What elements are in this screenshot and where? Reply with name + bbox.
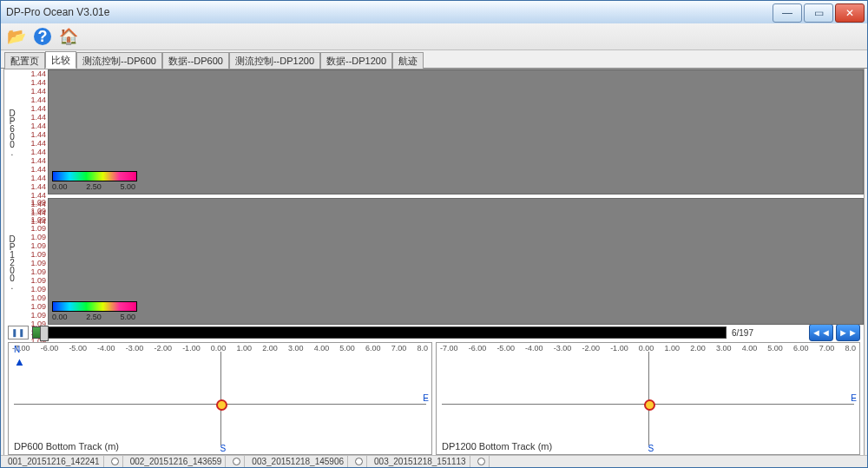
colorbar-gradient-icon xyxy=(52,301,137,312)
crosshair-v xyxy=(220,352,221,445)
window-title: DP-Pro Ocean V3.01e xyxy=(6,6,109,18)
y-tick: 1.44 xyxy=(30,122,46,130)
rewind-icon: ◄◄ xyxy=(812,327,831,338)
forward-icon: ►► xyxy=(838,327,858,338)
x-tick: 2.00 xyxy=(690,344,706,353)
x-tick: -5.00 xyxy=(496,344,515,353)
open-folder-button[interactable]: 📂 xyxy=(6,26,27,47)
tab-1[interactable]: 比较 xyxy=(45,51,76,69)
tab-4[interactable]: 测流控制--DP1200 xyxy=(229,52,320,69)
status-bar: 001_20151216_142241002_20151216_14365900… xyxy=(1,455,867,467)
x-tick: 6.00 xyxy=(793,344,809,353)
panel-dp1200: DP1200. 1.091.091.091.091.091.091.091.09… xyxy=(4,198,864,325)
x-tick: -7.00 xyxy=(440,344,458,353)
y-tick: 1.44 xyxy=(30,182,46,191)
status-cell xyxy=(352,456,367,467)
pause-button[interactable]: ❚❚ xyxy=(8,326,29,339)
close-button[interactable]: ✕ xyxy=(835,3,865,23)
status-indicator-icon xyxy=(355,458,363,465)
status-indicator-icon xyxy=(111,458,119,465)
y-tick: 1.44 xyxy=(30,87,46,96)
y-tick: 1.09 xyxy=(30,207,46,215)
y-tick: 1.44 xyxy=(30,165,46,174)
tab-6[interactable]: 航迹 xyxy=(392,52,424,69)
position-marker xyxy=(216,399,227,411)
minimize-button[interactable]: ― xyxy=(773,3,802,23)
x-tick: -4.00 xyxy=(525,344,543,353)
heatmap-dp1200[interactable]: 0.00 2.50 5.00 xyxy=(48,198,864,325)
colorbar-mid: 2.50 xyxy=(86,313,102,321)
x-tick: -2.00 xyxy=(154,344,172,353)
x-tick: 2.00 xyxy=(262,344,278,353)
window-controls: ― ▭ ✕ xyxy=(771,3,865,21)
y-tick: 1.44 xyxy=(30,96,46,104)
north-arrow-icon: ▲ xyxy=(14,355,25,368)
app-window: DP-Pro Ocean V3.01e ― ▭ ✕ 📂 ? 🏠 配置页比较测流控… xyxy=(0,0,868,468)
y-tick: 1.44 xyxy=(30,174,46,182)
y-tick: 1.44 xyxy=(30,78,46,87)
forward-button[interactable]: ►► xyxy=(836,324,860,341)
panel-label-dp1200: DP1200. xyxy=(4,198,20,325)
y-tick: 1.44 xyxy=(30,130,46,139)
x-tick: 0.00 xyxy=(211,344,227,353)
colorbar-min: 0.00 xyxy=(52,313,68,321)
tab-2[interactable]: 测流控制--DP600 xyxy=(76,52,162,69)
colorbar-dp600: 0.00 2.50 5.00 xyxy=(52,171,137,191)
panel-dp600: DP600. 1.441.441.441.441.441.441.441.441… xyxy=(4,69,864,194)
x-tick: 6.00 xyxy=(365,344,381,353)
x-tick: -5.00 xyxy=(69,344,87,353)
maximize-button[interactable]: ▭ xyxy=(804,3,833,23)
track-dp600[interactable]: -7.00-6.00-5.00-4.00-3.00-2.00-1.000.001… xyxy=(8,342,432,455)
y-tick: 1.44 xyxy=(30,113,46,122)
tab-strip: 配置页比较测流控制--DP600数据--DP600测流控制--DP1200数据-… xyxy=(1,50,867,69)
folder-icon: 📂 xyxy=(7,27,26,46)
x-tick: -6.00 xyxy=(41,344,59,353)
y-tick: 1.09 xyxy=(30,215,46,224)
x-tick: 4.00 xyxy=(742,344,758,353)
tab-5[interactable]: 数据--DP1200 xyxy=(320,52,392,69)
status-cell: 003_20151218_145906 xyxy=(248,456,348,467)
content-area: DP600. 1.441.441.441.441.441.441.441.441… xyxy=(3,69,865,456)
y-tick: 1.09 xyxy=(30,302,46,311)
toolbar: 📂 ? 🏠 xyxy=(1,23,867,50)
x-tick: -1.00 xyxy=(610,344,628,353)
x-tick: -3.00 xyxy=(126,344,144,353)
track-row: -7.00-6.00-5.00-4.00-3.00-2.00-1.000.001… xyxy=(4,340,864,457)
y-tick: 1.44 xyxy=(30,156,46,165)
x-tick: -1.00 xyxy=(182,344,201,353)
home-button[interactable]: 🏠 xyxy=(58,26,79,47)
x-tick: 5.00 xyxy=(339,344,355,353)
track-dp1200[interactable]: -7.00-6.00-5.00-4.00-3.00-2.00-1.000.001… xyxy=(436,342,860,455)
help-button[interactable]: ? xyxy=(32,26,53,47)
status-text: 002_20151216_143659 xyxy=(130,457,222,466)
x-tick: -2.00 xyxy=(582,344,600,353)
status-cell xyxy=(474,456,490,467)
x-tick: 8.0 xyxy=(417,344,428,353)
compass-s: S xyxy=(648,444,654,453)
tab-3[interactable]: 数据--DP600 xyxy=(162,52,229,69)
track-caption: DP600 Bottom Track (m) xyxy=(14,441,119,452)
y-tick: 1.09 xyxy=(30,285,46,293)
x-tick: 4.00 xyxy=(314,344,330,353)
home-icon: 🏠 xyxy=(59,27,78,46)
heatmap-dp600[interactable]: 0.00 2.50 5.00 xyxy=(48,69,864,194)
rewind-button[interactable]: ◄◄ xyxy=(809,324,833,341)
playback-slider[interactable] xyxy=(32,326,727,339)
x-tick: -6.00 xyxy=(469,344,487,353)
x-tick: -4.00 xyxy=(97,344,115,353)
x-tick: 0.00 xyxy=(639,344,654,353)
status-cell: 003_20151218_151113 xyxy=(371,456,470,467)
y-tick: 1.09 xyxy=(30,198,46,207)
y-axis-dp600: 1.441.441.441.441.441.441.441.441.441.44… xyxy=(20,69,48,194)
position-marker xyxy=(644,399,655,411)
y-tick: 1.09 xyxy=(30,267,46,276)
minimize-icon: ― xyxy=(782,7,792,19)
x-tick: 7.00 xyxy=(819,344,835,353)
pause-icon: ❚❚ xyxy=(11,328,25,337)
colorbar-mid: 2.50 xyxy=(86,182,102,191)
status-text: 001_20151216_142241 xyxy=(8,457,100,466)
tab-0[interactable]: 配置页 xyxy=(4,52,45,69)
y-tick: 1.09 xyxy=(30,259,46,267)
slider-thumb[interactable] xyxy=(40,326,49,341)
close-icon: ✕ xyxy=(845,7,854,19)
